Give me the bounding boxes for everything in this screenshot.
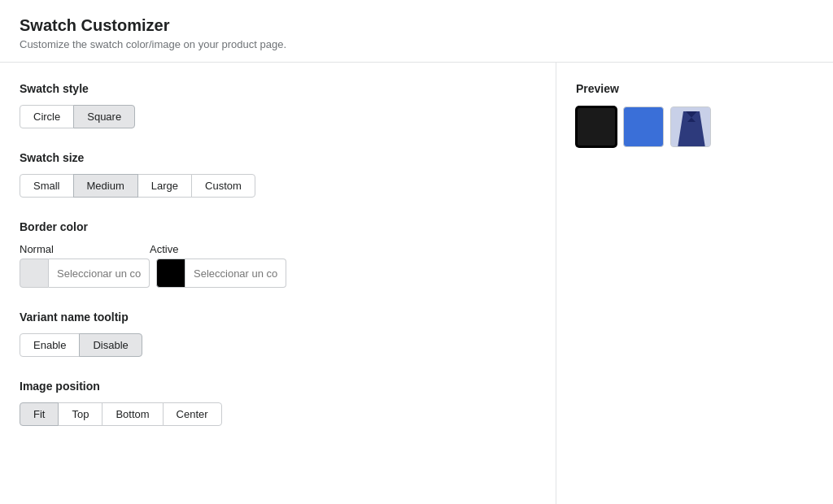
swatch-size-section: Swatch size Small Medium Large Custom — [20, 151, 536, 198]
image-position-section: Image position Fit Top Bottom Center — [20, 380, 536, 426]
image-position-group: Fit Top Bottom Center — [20, 402, 536, 426]
preview-swatch-black[interactable] — [576, 106, 617, 147]
variant-tooltip-group: Enable Disable — [20, 333, 536, 357]
swatch-size-group: Small Medium Large Custom — [20, 174, 536, 198]
border-color-label: Border color — [20, 220, 536, 233]
swatch-size-medium[interactable]: Medium — [73, 174, 138, 198]
swatch-style-label: Swatch style — [20, 82, 536, 95]
variant-tooltip-section: Variant name tooltip Enable Disable — [20, 311, 536, 357]
swatch-style-section: Swatch style Circle Square — [20, 82, 536, 128]
position-fit[interactable]: Fit — [20, 402, 59, 426]
swatch-size-large[interactable]: Large — [137, 174, 192, 198]
preview-label: Preview — [576, 82, 813, 95]
tooltip-disable[interactable]: Disable — [79, 333, 142, 357]
normal-color-group — [20, 259, 156, 288]
active-color-input[interactable] — [185, 259, 286, 288]
preview-swatches — [576, 106, 813, 147]
normal-color-swatch[interactable] — [20, 259, 49, 288]
position-top[interactable]: Top — [58, 402, 102, 426]
active-color-swatch[interactable] — [156, 259, 185, 288]
swatch-size-small[interactable]: Small — [20, 174, 74, 198]
position-bottom[interactable]: Bottom — [102, 402, 163, 426]
border-sub-labels: Normal Active — [20, 243, 536, 255]
swatch-style-square[interactable]: Square — [73, 105, 135, 128]
normal-color-input[interactable] — [49, 259, 150, 288]
border-color-section: Border color Normal Active — [20, 220, 536, 288]
preview-swatch-blue[interactable] — [623, 106, 664, 147]
active-color-group — [156, 259, 286, 288]
variant-tooltip-label: Variant name tooltip — [20, 311, 536, 324]
page-subtitle: Customize the swatch color/image on your… — [20, 38, 813, 50]
swatch-size-label: Swatch size — [20, 151, 536, 164]
swatch-style-circle[interactable]: Circle — [20, 105, 74, 128]
active-label: Active — [150, 243, 312, 255]
tooltip-enable[interactable]: Enable — [20, 333, 80, 357]
preview-swatch-dress[interactable] — [670, 106, 711, 147]
position-center[interactable]: Center — [163, 402, 222, 426]
normal-label: Normal — [20, 243, 150, 255]
swatch-size-custom[interactable]: Custom — [191, 174, 255, 198]
color-pickers — [20, 259, 536, 288]
image-position-label: Image position — [20, 380, 536, 393]
preview-panel: Preview — [556, 63, 833, 504]
page-title: Swatch Customizer — [20, 16, 813, 35]
swatch-style-group: Circle Square — [20, 105, 536, 128]
